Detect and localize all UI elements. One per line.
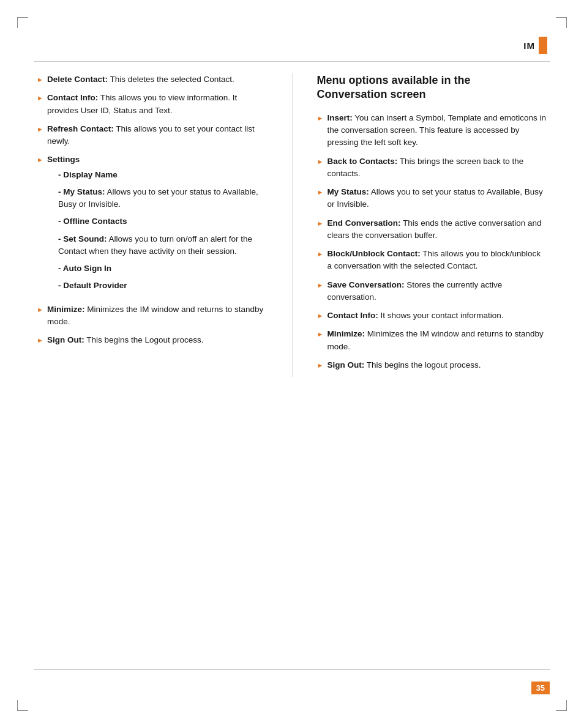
bullet-arrow: ► xyxy=(37,93,43,103)
sub-item-bold: - Display Name xyxy=(58,170,118,179)
item-block-unblock: Block/Unblock Contact: This allows you t… xyxy=(327,248,547,273)
list-item: ► Save Conversation: Stores the currentl… xyxy=(317,279,548,304)
list-item: ► My Status: Allows you to set your stat… xyxy=(317,186,548,211)
item-bold: Refresh Contact: xyxy=(47,124,114,133)
item-bold: Minimize: xyxy=(47,305,85,314)
bullet-arrow: ► xyxy=(317,157,324,167)
page-number: 35 xyxy=(531,682,550,694)
list-item: ► Delete Contact: This deletes the selec… xyxy=(37,73,268,86)
list-item: ► Contact Info: It shows your contact in… xyxy=(317,310,548,322)
list-item: ► Block/Unblock Contact: This allows you… xyxy=(317,248,548,273)
sub-item-bold: - Default Provider xyxy=(58,281,127,290)
bullet-arrow: ► xyxy=(317,113,324,124)
list-item: ► Contact Info: This allows you to view … xyxy=(37,92,268,117)
item-refresh-contact: Refresh Contact: This allows you to set … xyxy=(47,123,268,148)
bullet-arrow: ► xyxy=(317,280,324,291)
item-bold: End Conversation: xyxy=(327,218,400,228)
corner-mark-bl xyxy=(17,700,28,711)
list-item: ► Sign Out: This begins the logout proce… xyxy=(317,359,548,371)
item-bold: Sign Out: xyxy=(47,335,84,344)
sub-item-bold: - Offline Contacts xyxy=(58,217,127,226)
list-item: ► Minimize: Minimizes the IM window and … xyxy=(317,328,548,353)
item-bold: Contact Info: xyxy=(327,311,378,320)
corner-mark-br xyxy=(556,700,567,711)
item-delete-contact: Delete Contact: This deletes the selecte… xyxy=(47,73,234,86)
bullet-arrow: ► xyxy=(37,305,43,315)
header-label: IM xyxy=(523,40,535,51)
heading-line1: Menu options available in the xyxy=(317,74,471,86)
bullet-arrow: ► xyxy=(317,218,324,229)
bullet-arrow: ► xyxy=(37,155,43,165)
item-minimize: Minimize: Minimizes the IM window and re… xyxy=(47,303,268,329)
sub-item-default-provider: - Default Provider xyxy=(58,280,268,292)
sub-items: - Display Name - My Status: Allows you t… xyxy=(58,169,268,292)
list-item: ► End Conversation: This ends the active… xyxy=(317,217,548,242)
list-item: ► Refresh Contact: This allows you to se… xyxy=(37,123,268,148)
sub-item-set-sound: - Set Sound: Allows you to turn on/off a… xyxy=(58,233,268,258)
list-item: ► Sign Out: This begins the Logout proce… xyxy=(37,334,268,346)
bullet-arrow: ► xyxy=(317,187,324,198)
item-bold: Sign Out: xyxy=(327,360,364,370)
right-column: Menu options available in the Conversati… xyxy=(317,73,548,377)
item-save-conversation: Save Conversation: Stores the currently … xyxy=(327,279,547,304)
item-bold: Settings xyxy=(47,155,80,164)
sub-item-my-status: - My Status: Allows you to set your stat… xyxy=(58,186,268,211)
left-column: ► Delete Contact: This deletes the selec… xyxy=(37,73,268,377)
section-heading: Menu options available in the Conversati… xyxy=(317,73,548,102)
top-rule xyxy=(34,61,550,62)
header: IM xyxy=(523,37,547,54)
item-bold: Save Conversation: xyxy=(327,280,404,289)
item-sign-out: Sign Out: This begins the Logout process… xyxy=(47,334,204,346)
item-bold: Insert: xyxy=(327,113,352,122)
list-item: ► Settings - Display Name - My Status: A… xyxy=(37,154,268,297)
list-item: ► Back to Contacts: This brings the scre… xyxy=(317,155,548,180)
sub-item-auto-sign-in: - Auto Sign In xyxy=(58,262,268,275)
item-bold: Block/Unblock Contact: xyxy=(327,249,420,258)
item-bold: Back to Contacts: xyxy=(327,157,397,166)
item-contact-info-right: Contact Info: It shows your contact info… xyxy=(327,310,503,322)
item-bold: Contact Info: xyxy=(47,93,98,102)
bottom-rule xyxy=(34,669,550,670)
list-item: ► Minimize: Minimizes the IM window and … xyxy=(37,303,268,329)
item-bold: Minimize: xyxy=(327,329,365,338)
main-content: ► Delete Contact: This deletes the selec… xyxy=(37,73,547,377)
sub-item-bold: - My Status: xyxy=(58,187,105,196)
list-item: ► Insert: You can insert a Symbol, Templ… xyxy=(317,112,548,149)
item-settings: Settings - Display Name - My Status: All… xyxy=(47,154,268,297)
heading-line2: Conversation screen xyxy=(317,88,426,100)
bullet-arrow: ► xyxy=(37,124,43,135)
corner-mark-tl xyxy=(17,17,28,28)
item-minimize-right: Minimize: Minimizes the IM window and re… xyxy=(327,328,547,353)
item-insert: Insert: You can insert a Symbol, Templat… xyxy=(327,112,547,149)
bullet-arrow: ► xyxy=(317,311,324,321)
sub-item-offline-contacts: - Offline Contacts xyxy=(58,215,268,228)
bullet-arrow: ► xyxy=(317,249,324,259)
corner-mark-tr xyxy=(556,17,567,28)
sub-item-bold: - Auto Sign In xyxy=(58,264,111,273)
column-divider xyxy=(292,73,293,377)
header-bar xyxy=(539,37,547,54)
item-bold: Delete Contact: xyxy=(47,75,108,84)
sub-item-bold: - Set Sound: xyxy=(58,234,107,243)
item-sign-out-right: Sign Out: This begins the logout process… xyxy=(327,359,481,371)
item-contact-info: Contact Info: This allows you to view in… xyxy=(47,92,268,117)
bullet-arrow: ► xyxy=(37,335,43,346)
item-my-status: My Status: Allows you to set your status… xyxy=(327,186,547,211)
bullet-arrow: ► xyxy=(317,329,324,340)
bullet-arrow: ► xyxy=(37,75,43,85)
sub-item-display-name: - Display Name xyxy=(58,169,268,181)
bullet-arrow: ► xyxy=(317,360,324,371)
item-back-to-contacts: Back to Contacts: This brings the screen… xyxy=(327,155,547,180)
item-end-conversation: End Conversation: This ends the active c… xyxy=(327,217,547,242)
item-bold: My Status: xyxy=(327,187,369,196)
